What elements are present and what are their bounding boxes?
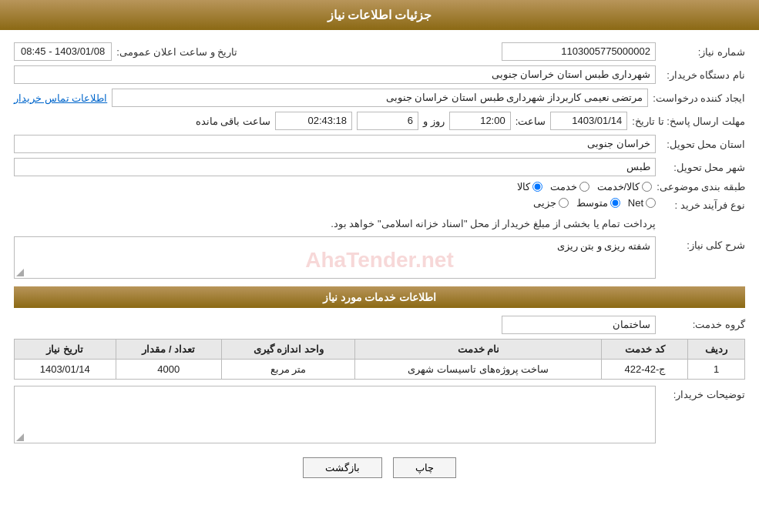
resize-icon <box>16 269 24 276</box>
process-label-mutavaset: متوسط <box>576 197 608 209</box>
back-button[interactable]: بازگشت <box>303 457 382 478</box>
group-label: گروه خدمت: <box>660 319 745 330</box>
table-row: 1ج-42-422ساخت پروژه‌های تاسیسات شهریمتر … <box>15 359 745 379</box>
table-header-row: ردیف کد خدمت نام خدمت واحد اندازه گیری ت… <box>15 339 745 359</box>
process-radio-net[interactable] <box>646 198 656 208</box>
category-option-kala[interactable]: کالا <box>517 181 542 192</box>
resize-icon-desc <box>16 433 24 441</box>
deadline-day-label: روز و <box>423 115 445 127</box>
process-row: نوع فرآیند خرید : Net متوسط جزیی <box>14 197 745 232</box>
services-section-title: اطلاعات خدمات مورد نیاز <box>323 291 437 303</box>
col-row: ردیف <box>688 339 745 359</box>
process-radio-group: Net متوسط جزیی <box>533 197 656 209</box>
announce-value: 1403/01/08 - 08:45 <box>14 42 112 61</box>
province-label: استان محل تحویل: <box>660 139 745 150</box>
col-quantity: تعداد / مقدار <box>116 339 221 359</box>
category-label-kala-khedmat: کالا/خدمت <box>597 181 640 192</box>
col-code: کد خدمت <box>602 339 688 359</box>
process-option-jozii[interactable]: جزیی <box>533 197 569 209</box>
buyer-desc-label: توضیحات خریدار: <box>660 386 745 400</box>
process-radio-mutavaset[interactable] <box>610 198 620 208</box>
col-date: تاریخ نیاز <box>15 339 116 359</box>
process-label-jozii: جزیی <box>533 197 556 209</box>
city-row: شهر محل تحویل: طبس <box>14 158 745 176</box>
process-text: پرداخت تمام یا بخشی از مبلغ خریدار از مح… <box>331 216 656 232</box>
category-label-kala: کالا <box>517 181 530 192</box>
deadline-date: 1403/01/14 <box>550 112 627 130</box>
group-service-row: گروه خدمت: ساختمان <box>14 316 745 334</box>
sharh-value: شفته ریزی و بتن ریزی <box>557 240 650 252</box>
creator-value: مرتضی نعیمی کاربرداز شهرداری طبس استان خ… <box>112 89 648 107</box>
cell-code: ج-42-422 <box>602 359 688 379</box>
category-radio-kala[interactable] <box>532 182 542 192</box>
print-button[interactable]: چاپ <box>393 457 456 478</box>
category-label-khedmat: خدمت <box>550 181 577 192</box>
category-radio-kala-khedmat[interactable] <box>642 182 652 192</box>
need-number-value: 1103005775000002 <box>502 42 656 61</box>
creator-row: ایجاد کننده درخواست: مرتضی نعیمی کاربردا… <box>14 89 745 107</box>
category-label: طبقه بندی موضوعی: <box>657 181 745 192</box>
creator-label: ایجاد کننده درخواست: <box>653 92 745 104</box>
deadline-remain: 02:43:18 <box>275 112 352 130</box>
header-title: جزئیات اطلاعات نیاز <box>327 8 432 22</box>
category-radio-group: کالا/خدمت خدمت کالا <box>517 181 653 192</box>
cell-unit: متر مربع <box>221 359 354 379</box>
city-value: طبس <box>14 158 656 176</box>
announce-label: تاریخ و ساعت اعلان عمومی: <box>116 46 237 58</box>
cell-name: ساخت پروژه‌های تاسیسات شهری <box>355 359 602 379</box>
col-unit: واحد اندازه گیری <box>221 339 354 359</box>
buyer-org-row: نام دستگاه خریدار: شهرداری طبس استان خرا… <box>14 65 745 84</box>
cell-quantity: 4000 <box>116 359 221 379</box>
province-value: خراسان جنوبی <box>14 135 656 153</box>
province-row: استان محل تحویل: خراسان جنوبی <box>14 135 745 153</box>
process-label-net: Net <box>628 197 643 209</box>
page-wrapper: جزئیات اطلاعات نیاز AhaTender.net شماره … <box>0 0 759 532</box>
deadline-days: 6 <box>357 112 418 130</box>
need-number-label: شماره نیاز: <box>660 46 745 58</box>
category-option-khedmat[interactable]: خدمت <box>550 181 589 192</box>
deadline-row: مهلت ارسال پاسخ: تا تاریخ: 1403/01/14 سا… <box>14 112 745 130</box>
group-value: ساختمان <box>502 316 656 334</box>
cell-date: 1403/01/14 <box>15 359 116 379</box>
process-radio-jozii[interactable] <box>559 198 569 208</box>
main-content: AhaTender.net شماره نیاز: 11030057750000… <box>0 38 759 483</box>
category-row: طبقه بندی موضوعی: کالا/خدمت خدمت کالا <box>14 181 745 192</box>
city-label: شهر محل تحویل: <box>660 162 745 173</box>
category-radio-khedmat[interactable] <box>579 182 589 192</box>
sharh-row: شرح کلی نیاز: شفته ریزی و بتن ریزی <box>14 236 745 279</box>
need-number-row: شماره نیاز: 1103005775000002 تاریخ و ساع… <box>14 42 745 61</box>
page-header: جزئیات اطلاعات نیاز <box>0 0 759 30</box>
deadline-remain-label: ساعت باقی مانده <box>196 115 270 127</box>
buyer-desc-row: توضیحات خریدار: <box>14 386 745 443</box>
deadline-time-label: ساعت: <box>516 115 546 127</box>
deadline-time: 12:00 <box>449 112 511 130</box>
services-table: ردیف کد خدمت نام خدمت واحد اندازه گیری ت… <box>14 339 745 380</box>
process-option-mutavaset[interactable]: متوسط <box>576 197 620 209</box>
process-label: نوع فرآیند خرید : <box>660 197 745 211</box>
buyer-org-value: شهرداری طبس استان خراسان جنوبی <box>14 65 656 84</box>
category-option-kala-khedmat[interactable]: کالا/خدمت <box>597 181 653 192</box>
buttons-row: بازگشت چاپ <box>14 457 745 478</box>
services-section-header: اطلاعات خدمات مورد نیاز <box>14 286 745 308</box>
process-option-net[interactable]: Net <box>628 197 656 209</box>
cell-row: 1 <box>688 359 745 379</box>
contact-link[interactable]: اطلاعات تماس خریدار <box>14 92 107 104</box>
buyer-org-label: نام دستگاه خریدار: <box>660 69 745 81</box>
sharh-label: شرح کلی نیاز: <box>660 236 745 251</box>
sharh-box[interactable]: شفته ریزی و بتن ریزی <box>14 236 656 279</box>
col-name: نام خدمت <box>355 339 602 359</box>
buyer-desc-textarea[interactable] <box>15 386 655 440</box>
deadline-label: مهلت ارسال پاسخ: تا تاریخ: <box>632 115 745 127</box>
